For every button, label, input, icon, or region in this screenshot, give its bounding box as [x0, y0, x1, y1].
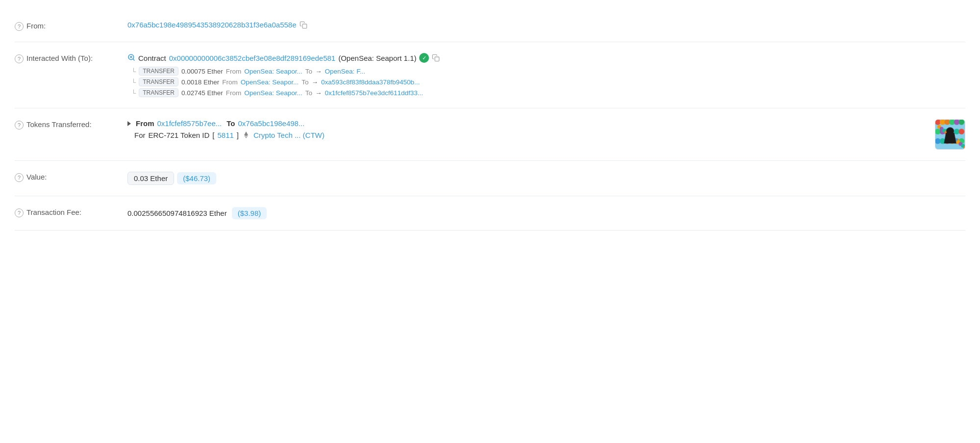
token-standard: ERC-721 Token ID — [149, 131, 210, 139]
interacted-with-label-col: ? Interacted With (To): — [15, 53, 127, 63]
tokens-value-col: From 0x1fcfef8575b7ee... To 0x76a5bc198e… — [127, 119, 965, 150]
from-row: ? From: 0x76a5bc198e4989543538920628b31f… — [15, 10, 965, 42]
value-row: ? Value: 0.03 Ether ($46.73) — [15, 161, 965, 196]
tokens-label-col: ? Tokens Transferred: — [15, 119, 127, 130]
tokens-help-icon[interactable]: ? — [15, 121, 24, 130]
transfer-list: └ TRANSFER 0.00075 Ether From OpenSea: S… — [127, 67, 965, 97]
transfer-from-addr-1[interactable]: OpenSea: Seapor... — [241, 78, 299, 86]
from-value-col: 0x76a5bc198e4989543538920628b31f3e6a0a55… — [127, 21, 965, 29]
interacted-with-value-col: Contract 0x00000000006c3852cbef3e08e8df2… — [127, 53, 965, 97]
token-from-label: From — [136, 119, 154, 128]
copy-address-icon[interactable] — [300, 21, 307, 29]
eth-icon — [242, 130, 251, 139]
transfer-to-addr-0[interactable]: OpenSea: F... — [325, 68, 366, 75]
transaction-fee-row: ? Transaction Fee: 0.002556650974816923 … — [15, 196, 965, 231]
transfer-to-label-2: To — [305, 89, 312, 97]
from-address-link[interactable]: 0x76a5bc198e4989543538920628b31f3e6a0a55… — [127, 21, 297, 29]
transfer-to-label-0: To — [305, 68, 312, 75]
value-help-icon[interactable]: ? — [15, 173, 24, 182]
transfer-from-addr-2[interactable]: OpenSea: Seapor... — [244, 89, 302, 97]
svg-rect-5 — [435, 57, 439, 61]
fee-value-col: 0.002556650974816923 Ether ($3.98) — [127, 207, 965, 219]
token-to-label: To — [226, 119, 235, 128]
value-label: Value: — [26, 173, 47, 181]
transfer-from-label-0: From — [226, 68, 242, 75]
fee-line: 0.002556650974816923 Ether ($3.98) — [127, 207, 965, 219]
interacted-with-label: Interacted With (To): — [26, 54, 93, 62]
value-value-col: 0.03 Ether ($46.73) — [127, 172, 965, 185]
fee-usd-badge: ($3.98) — [232, 207, 267, 219]
fee-label-col: ? Transaction Fee: — [15, 207, 127, 217]
token-for-line: For ERC-721 Token ID [5811] Crypto Tech … — [127, 130, 929, 139]
chevron-icon — [127, 121, 131, 126]
nft-thumbnail — [935, 119, 965, 150]
token-name-link[interactable]: Crypto Tech ... (CTW) — [253, 131, 325, 139]
from-label: From: — [26, 22, 46, 30]
transfer-arrow-2: → — [315, 89, 322, 97]
transfer-from-addr-0[interactable]: OpenSea: Seapor... — [244, 68, 302, 75]
contract-search-icon — [127, 53, 135, 63]
token-id-bracket-close: ] — [237, 131, 239, 139]
ether-value-badge: 0.03 Ether — [127, 172, 174, 185]
transfer-to-label-1: To — [302, 78, 308, 86]
transfer-item-2: └ TRANSFER 0.02745 Ether From OpenSea: S… — [127, 88, 965, 97]
fee-label: Transaction Fee: — [26, 208, 81, 216]
transfer-amount-0: 0.00075 Ether — [181, 68, 223, 75]
fee-amount: 0.002556650974816923 Ether — [127, 209, 227, 217]
transfer-arrow-1: → — [312, 78, 319, 86]
transfer-badge-2: TRANSFER — [139, 88, 178, 97]
verified-icon: ✓ — [419, 53, 429, 63]
svg-rect-0 — [302, 24, 307, 28]
for-text: For — [134, 131, 146, 139]
svg-line-2 — [133, 59, 134, 60]
token-from-to-line: From 0x1fcfef8575b7ee... To 0x76a5bc198e… — [127, 119, 929, 128]
copy-contract-icon[interactable] — [432, 54, 440, 62]
usd-value-badge: ($46.73) — [177, 172, 216, 184]
contract-prefix: Contract — [138, 54, 166, 62]
token-id-link[interactable]: 5811 — [217, 131, 233, 139]
nft-canvas — [935, 120, 965, 149]
token-id-bracket-open: [ — [212, 131, 214, 139]
token-detail: From 0x1fcfef8575b7ee... To 0x76a5bc198e… — [127, 119, 929, 139]
transfer-to-addr-1[interactable]: 0xa593c8f83f8ddaa378fb9450b... — [321, 78, 420, 86]
transfer-badge-0: TRANSFER — [139, 67, 178, 76]
interacted-with-row: ? Interacted With (To): Contract 0x00000… — [15, 42, 965, 108]
transfer-from-label-2: From — [226, 89, 242, 97]
from-help-icon[interactable]: ? — [15, 22, 24, 31]
transfer-from-label-1: From — [222, 78, 238, 86]
transfer-badge-1: TRANSFER — [139, 78, 178, 86]
from-label-col: ? From: — [15, 21, 127, 31]
tokens-transferred-row: ? Tokens Transferred: From 0x1fcfef8575b… — [15, 108, 965, 161]
tokens-row: From 0x1fcfef8575b7ee... To 0x76a5bc198e… — [127, 119, 965, 150]
contract-address-link[interactable]: 0x00000000006c3852cbef3e08e8df289169ede5… — [169, 54, 336, 62]
contract-name: (OpenSea: Seaport 1.1) — [338, 54, 416, 62]
transfer-item-1: └ TRANSFER 0.0018 Ether From OpenSea: Se… — [127, 78, 965, 86]
tokens-label: Tokens Transferred: — [26, 120, 92, 129]
transfer-amount-2: 0.02745 Ether — [181, 89, 223, 97]
transfer-amount-1: 0.0018 Ether — [181, 78, 219, 86]
transfer-to-addr-2[interactable]: 0x1fcfef8575b7ee3dcf611ddf33... — [325, 89, 423, 97]
transfer-arrow-0: → — [315, 68, 322, 75]
value-label-col: ? Value: — [15, 172, 127, 182]
transfer-item-0: └ TRANSFER 0.00075 Ether From OpenSea: S… — [127, 67, 965, 76]
token-to-address[interactable]: 0x76a5bc198e498... — [238, 119, 305, 128]
interacted-help-icon[interactable]: ? — [15, 54, 24, 63]
fee-help-icon[interactable]: ? — [15, 208, 24, 217]
token-from-address[interactable]: 0x1fcfef8575b7ee... — [157, 119, 222, 128]
